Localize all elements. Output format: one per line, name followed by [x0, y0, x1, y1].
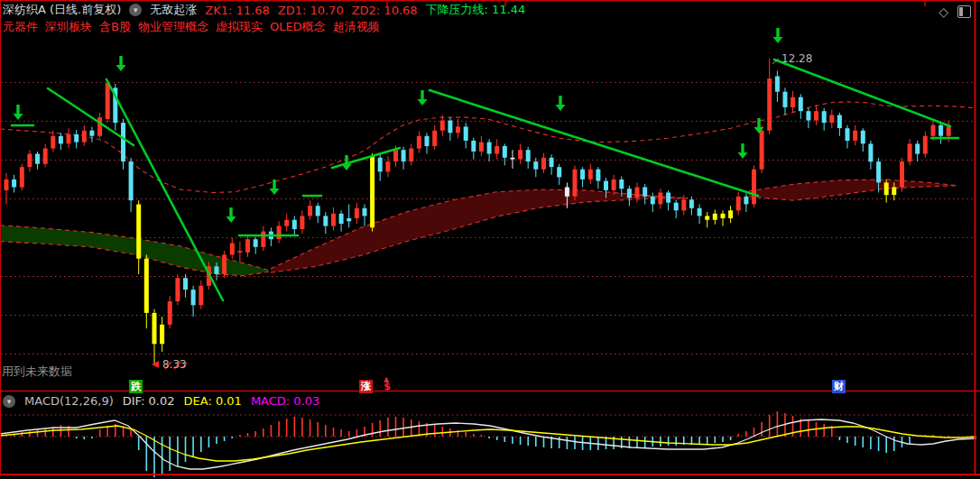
candle-body	[604, 181, 608, 190]
candle-body	[736, 197, 741, 211]
signal-arrow-down	[738, 143, 748, 159]
candle-body	[370, 156, 374, 227]
candle-body	[43, 149, 48, 164]
indicator-name[interactable]: 无敌起涨	[150, 2, 197, 18]
candle-body	[432, 131, 437, 146]
candle-body	[67, 134, 71, 143]
candle-body	[456, 126, 460, 133]
signal-badge-up: 涨	[359, 380, 373, 393]
signal-arrow-down	[227, 207, 236, 223]
candle-body	[643, 188, 647, 197]
candle-body	[339, 214, 344, 224]
candle-body	[884, 182, 889, 195]
candle-body	[923, 136, 928, 154]
concept-tag[interactable]: 物业管理概念	[138, 19, 208, 35]
candle-body	[222, 254, 227, 274]
signal-badge-down: 跌	[129, 380, 143, 393]
concept-tag[interactable]: OLED概念	[270, 19, 326, 35]
concept-tags-row: 元器件深圳板块含B股物业管理概念虚拟现实OLED概念超清视频	[3, 19, 380, 35]
signal-arrow-down	[418, 90, 428, 106]
candle-body	[900, 161, 904, 187]
signal-badge-fin: 财	[832, 380, 846, 393]
concept-tag[interactable]: 虚拟现实	[216, 19, 263, 35]
candle-body	[191, 290, 196, 305]
candle-body	[245, 239, 250, 253]
stock-title: 深纺织A (日线.前复权)	[3, 2, 121, 18]
candle-body	[448, 121, 452, 134]
candle-body	[175, 278, 180, 301]
candle-body	[347, 218, 351, 221]
signal-arrow-down	[116, 56, 126, 71]
candle-body	[760, 131, 764, 170]
candle-body	[938, 125, 943, 136]
candle-body	[853, 131, 857, 141]
concept-tag[interactable]: 元器件	[3, 19, 38, 35]
candle-body	[230, 244, 235, 255]
candle-body	[557, 167, 561, 177]
macd-header: ▾ MACD(12,26,9) DIF: 0.02 DEA: 0.01 MACD…	[3, 394, 319, 408]
candle-body	[121, 123, 125, 161]
ma-band	[271, 189, 688, 272]
candle-body	[799, 97, 803, 112]
signal-arrow-down	[270, 180, 280, 195]
candle-body	[814, 111, 818, 120]
candle-body	[254, 239, 258, 247]
diamond-icon[interactable]: ◇	[938, 5, 948, 18]
candle-body	[237, 251, 242, 253]
candle-body	[363, 208, 367, 216]
titlebar-icons: ◇	[938, 5, 971, 18]
signal-badge-dollar: $▲	[382, 380, 393, 393]
candle-body	[861, 131, 865, 144]
candle-body	[74, 134, 79, 143]
concept-tag[interactable]: 深圳板块	[45, 19, 92, 35]
concept-tag[interactable]: 超清视频	[333, 19, 380, 35]
candle-body	[619, 180, 624, 189]
trendline	[430, 90, 758, 196]
ma-band	[0, 226, 269, 276]
candle-body	[12, 180, 16, 188]
candle-body	[136, 205, 141, 259]
candle-body	[160, 325, 164, 345]
trendline	[106, 79, 223, 300]
candle-body	[806, 111, 810, 120]
candle-body	[876, 161, 881, 182]
candle-body	[487, 143, 492, 154]
candle-body	[27, 154, 32, 168]
candle-body	[674, 203, 679, 211]
candle-body	[331, 214, 336, 226]
low-price-label: 8.33	[162, 358, 187, 371]
macd-indicator-name[interactable]: MACD(12,26,9)	[24, 394, 114, 408]
candle-body	[323, 216, 328, 226]
dif-value: DIF: 0.02	[123, 394, 175, 408]
candle-body	[658, 193, 662, 205]
candle-body	[892, 188, 896, 196]
candle-body	[89, 131, 94, 136]
candle-body	[596, 170, 600, 181]
zk1-value: ZK1: 11.68	[205, 4, 269, 17]
future-data-note: 用到未来数据	[2, 364, 72, 380]
candle-body	[440, 121, 445, 131]
zd1-value: ZD1: 10.70	[278, 4, 344, 17]
candle-body	[868, 143, 873, 161]
dea-value: DEA: 0.01	[184, 394, 242, 408]
candle-body	[915, 143, 920, 153]
candle-body	[627, 189, 632, 198]
candle-body	[588, 170, 593, 180]
candle-body	[385, 161, 390, 171]
candle-body	[752, 170, 756, 205]
chevron-down-icon[interactable]: ▾	[129, 4, 142, 16]
candle-body	[713, 214, 717, 220]
candle-body	[767, 78, 772, 131]
panel-layout-icon[interactable]	[957, 5, 971, 18]
chevron-down-icon[interactable]: ▾	[3, 395, 15, 408]
candle-body	[402, 150, 406, 161]
concept-tag[interactable]: 含B股	[99, 19, 131, 35]
candle-body	[744, 197, 748, 205]
candle-body	[511, 158, 515, 160]
candle-body	[417, 136, 421, 149]
candle-body	[689, 199, 694, 208]
candle-body	[59, 136, 63, 144]
candle-body	[565, 188, 569, 197]
candle-body	[479, 143, 484, 152]
candle-body	[425, 136, 430, 146]
